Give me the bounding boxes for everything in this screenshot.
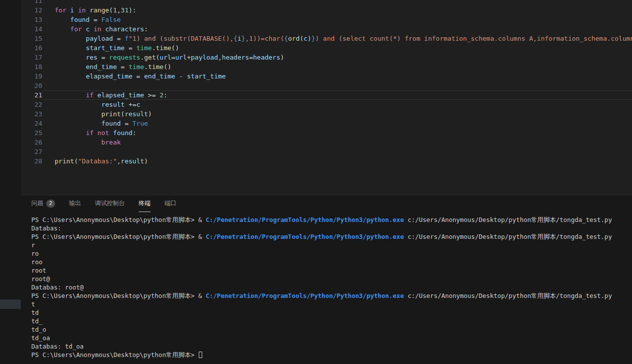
code-token: ) (280, 54, 284, 61)
code-token: result (101, 101, 125, 108)
code-text: print("Databas:",result) (42, 156, 632, 166)
line-number: 15 (21, 34, 42, 43)
line-number: 25 (21, 128, 42, 138)
code-token: = (121, 120, 132, 127)
code-editor[interactable]: 1112for i in range(1,31):13 found = Fals… (21, 0, 632, 195)
code-token: time (156, 44, 171, 52)
panel-tab-label: 端口 (164, 199, 176, 208)
line-number: 18 (21, 62, 42, 72)
code-token: C:/Penetration/ProgramTools/Python/Pytho… (206, 216, 404, 223)
code-token: time (136, 44, 152, 52)
code-line[interactable]: 12for i in range(1,31): (21, 5, 632, 15)
code-line[interactable]: 13 found = False (21, 15, 632, 24)
terminal-output[interactable]: PS C:\Users\Anonymous\Desktop\python常用脚本… (21, 212, 632, 364)
code-token: td (31, 309, 39, 316)
activity-sidebar-strip (0, 0, 21, 364)
sidebar-selected-item[interactable] (0, 299, 21, 309)
code-token: ) and (select count(*) from information_… (315, 35, 632, 42)
terminal-cursor (199, 352, 202, 358)
line-number: 27 (21, 147, 42, 156)
code-token: found (101, 120, 121, 127)
code-token: & (198, 292, 206, 299)
code-token: ro (31, 250, 39, 257)
code-line[interactable]: 27 (21, 147, 632, 156)
code-token (55, 120, 101, 127)
code-token: = (117, 63, 128, 71)
line-number: 28 (21, 156, 42, 166)
code-text: found = True (42, 119, 632, 128)
line-number: 21 (21, 90, 42, 100)
terminal-line: roo (31, 258, 632, 266)
code-token: & (198, 233, 206, 240)
code-token: url (175, 54, 187, 61)
code-token (55, 129, 86, 137)
code-token (55, 139, 101, 146)
code-token: = (113, 35, 124, 42)
problems-count-badge: 2 (46, 200, 55, 208)
code-token: >= (144, 91, 159, 99)
line-number: 16 (21, 43, 42, 53)
code-line-current[interactable]: 21 if elapsed_time >= 2: (21, 90, 632, 100)
code-token (55, 25, 70, 33)
code-line[interactable]: 26 break (21, 138, 632, 147)
code-token: time (129, 63, 144, 71)
code-line[interactable]: 28print("Databas:",result) (21, 156, 632, 166)
terminal-line: td (31, 308, 632, 317)
code-line[interactable]: 18 end_time = time.time() (21, 62, 632, 72)
code-token: found (113, 129, 132, 137)
code-line[interactable]: 17 res = requests.get(url=url+payload,he… (21, 53, 632, 62)
code-line[interactable]: 11 (21, 0, 632, 5)
code-token: ( (74, 157, 78, 165)
code-text (42, 81, 632, 90)
panel-tab-terminal[interactable]: 终端 (139, 195, 151, 212)
code-token: C:/Penetration/ProgramTools/Python/Pytho… (206, 233, 404, 240)
code-token (82, 25, 86, 33)
code-token: i (237, 35, 241, 42)
code-text: for i in range(1,31): (42, 5, 632, 15)
code-line[interactable]: 23 print(result) (21, 109, 632, 119)
code-line[interactable]: 19 elapsed_time = end_time - start_time (21, 72, 632, 81)
code-token: f (125, 35, 129, 42)
line-number: 24 (21, 119, 42, 128)
code-line[interactable]: 24 found = True (21, 119, 632, 128)
code-token: break (101, 139, 121, 146)
code-token: PS C:\Users\Anonymous\Desktop\python常用脚本… (31, 292, 198, 299)
terminal-line: PS C:\Users\Anonymous\Desktop\python常用脚本… (31, 291, 632, 300)
terminal-line: ro (31, 249, 632, 258)
panel-tabs: 问题2输出调试控制台终端端口 (21, 195, 632, 212)
code-token (74, 6, 78, 14)
code-line[interactable]: 22 result +=c (21, 100, 632, 109)
panel-tab-output[interactable]: 输出 (69, 195, 81, 212)
code-text: elapsed_time = end_time - start_time (42, 72, 632, 81)
code-line[interactable]: 14 for c in characters: (21, 24, 632, 34)
code-token: PS C:\Users\Anonymous\Desktop\python常用脚本… (31, 216, 198, 223)
code-text: result +=c (42, 100, 632, 109)
line-number: 17 (21, 53, 42, 62)
code-token: td_ (31, 317, 43, 325)
code-token: range (89, 6, 109, 14)
code-token (93, 91, 97, 99)
vscode-window: 1112for i in range(1,31):13 found = Fals… (0, 0, 632, 364)
code-token: root (31, 267, 46, 274)
code-line[interactable]: 20 (21, 81, 632, 90)
code-token: print (101, 110, 121, 118)
code-line[interactable]: 16 start_time = time.time() (21, 43, 632, 53)
panel-tab-debug-console[interactable]: 调试控制台 (95, 195, 125, 212)
panel-tab-ports[interactable]: 端口 (164, 195, 176, 212)
code-token: get (144, 54, 156, 61)
code-line[interactable]: 25 if not found: (21, 128, 632, 138)
terminal-line: td_ (31, 317, 632, 325)
panel-tab-problems[interactable]: 问题2 (31, 195, 55, 212)
code-token: False (101, 16, 121, 23)
code-token: found (70, 16, 89, 23)
code-line[interactable]: 15 payload = f"1) and (substr(DATABASE()… (21, 34, 632, 43)
terminal-line: td_o (31, 325, 632, 334)
code-token (55, 54, 86, 61)
code-token (55, 101, 101, 108)
code-token: ) (148, 110, 152, 118)
code-token: roo (31, 258, 43, 266)
code-token: for (70, 25, 81, 33)
code-token: : (163, 91, 167, 99)
code-token: if (86, 91, 94, 99)
code-token (55, 91, 86, 99)
